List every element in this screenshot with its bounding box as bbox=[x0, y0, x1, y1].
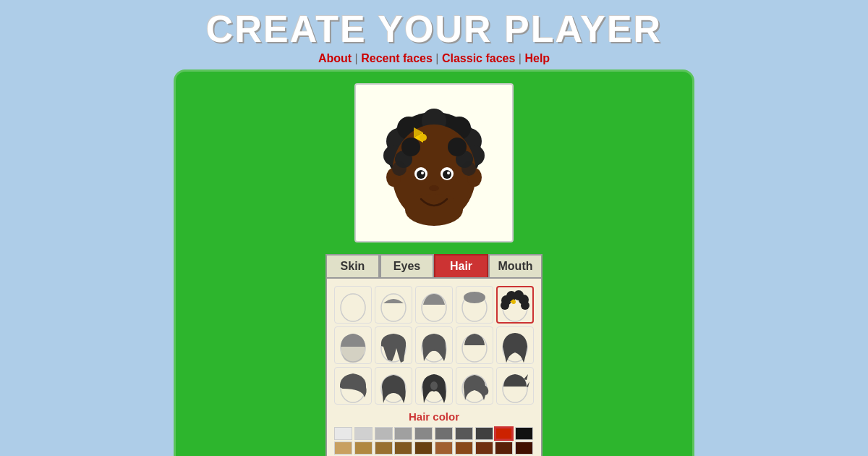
nav-links: About | Recent faces | Classic faces | H… bbox=[0, 52, 868, 65]
color-grid-row2 bbox=[334, 442, 534, 455]
svg-point-29 bbox=[381, 294, 406, 321]
hair-option-13[interactable] bbox=[415, 367, 453, 405]
svg-point-41 bbox=[511, 300, 516, 304]
hair-option-14[interactable] bbox=[456, 367, 493, 405]
svg-point-25 bbox=[448, 138, 467, 156]
nav-about[interactable]: About bbox=[318, 52, 352, 64]
hair-grid bbox=[334, 286, 534, 405]
hair-option-12[interactable] bbox=[375, 367, 412, 405]
color-swatch-row1-1[interactable] bbox=[354, 427, 373, 440]
color-swatch-row2-2[interactable] bbox=[375, 442, 393, 455]
svg-point-28 bbox=[341, 294, 365, 321]
page-header: CREATE YOUR PLAYER About | Recent faces … bbox=[0, 0, 868, 69]
tab-eyes[interactable]: Eyes bbox=[380, 254, 434, 277]
color-swatch-row1-8[interactable] bbox=[495, 427, 513, 440]
hair-option-7[interactable] bbox=[375, 326, 412, 364]
hair-option-3[interactable] bbox=[415, 286, 453, 324]
color-swatch-row2-7[interactable] bbox=[475, 442, 493, 455]
hair-option-15[interactable] bbox=[496, 367, 534, 405]
color-swatch-row1-5[interactable] bbox=[435, 427, 453, 440]
svg-point-38 bbox=[501, 301, 509, 310]
color-swatch-row2-6[interactable] bbox=[455, 442, 473, 455]
color-grid-row1 bbox=[334, 427, 534, 440]
svg-point-20 bbox=[447, 172, 450, 174]
svg-point-32 bbox=[464, 292, 485, 303]
tabs-container: Skin Eyes Hair Mouth bbox=[326, 254, 542, 456]
color-swatch-row2-0[interactable] bbox=[334, 442, 352, 455]
hair-panel: Hair color bbox=[326, 279, 542, 456]
color-swatch-row1-0[interactable] bbox=[334, 427, 352, 440]
hair-option-11[interactable] bbox=[334, 367, 372, 405]
color-swatch-row2-1[interactable] bbox=[354, 442, 373, 455]
svg-point-17 bbox=[417, 170, 425, 179]
tab-mouth[interactable]: Mouth bbox=[488, 254, 542, 277]
svg-point-26 bbox=[392, 161, 407, 176]
svg-point-18 bbox=[443, 170, 451, 179]
page-title: CREATE YOUR PLAYER bbox=[0, 7, 868, 51]
color-swatch-row1-6[interactable] bbox=[455, 427, 473, 440]
color-swatch-row1-2[interactable] bbox=[375, 427, 393, 440]
svg-point-19 bbox=[421, 172, 424, 174]
hair-option-10[interactable] bbox=[496, 326, 534, 364]
hair-option-6[interactable] bbox=[334, 326, 372, 364]
svg-point-24 bbox=[401, 138, 420, 156]
hair-option-1[interactable] bbox=[334, 286, 372, 324]
hair-option-4[interactable] bbox=[456, 286, 493, 324]
nav-recent[interactable]: Recent faces bbox=[361, 52, 433, 64]
tabs-row: Skin Eyes Hair Mouth bbox=[326, 254, 542, 279]
face-preview bbox=[354, 83, 514, 242]
svg-point-39 bbox=[521, 301, 529, 310]
hair-option-8[interactable] bbox=[415, 326, 453, 364]
color-swatch-row1-7[interactable] bbox=[475, 427, 493, 440]
svg-point-21 bbox=[429, 185, 439, 191]
color-swatch-row2-3[interactable] bbox=[394, 442, 412, 455]
nav-help[interactable]: Help bbox=[524, 52, 550, 64]
tab-hair[interactable]: Hair bbox=[434, 254, 488, 277]
hair-option-5[interactable] bbox=[496, 286, 534, 324]
hair-option-9[interactable] bbox=[456, 326, 493, 364]
color-swatch-row2-9[interactable] bbox=[515, 442, 533, 455]
svg-point-50 bbox=[430, 381, 438, 390]
hair-option-2[interactable] bbox=[375, 286, 412, 324]
color-swatch-row2-8[interactable] bbox=[495, 442, 513, 455]
svg-point-14 bbox=[420, 134, 427, 141]
color-swatch-row2-5[interactable] bbox=[435, 442, 453, 455]
tab-skin[interactable]: Skin bbox=[326, 254, 380, 277]
color-swatch-row1-9[interactable] bbox=[515, 427, 533, 440]
nav-classic[interactable]: Classic faces bbox=[442, 52, 515, 64]
svg-point-9 bbox=[405, 194, 463, 226]
color-section-title: Hair color bbox=[334, 410, 534, 423]
color-swatch-row1-4[interactable] bbox=[414, 427, 433, 440]
main-panel: Skin Eyes Hair Mouth bbox=[174, 69, 694, 456]
svg-point-27 bbox=[461, 161, 476, 176]
color-swatch-row1-3[interactable] bbox=[394, 427, 412, 440]
color-swatch-row2-4[interactable] bbox=[414, 442, 433, 455]
face-svg bbox=[362, 90, 506, 235]
